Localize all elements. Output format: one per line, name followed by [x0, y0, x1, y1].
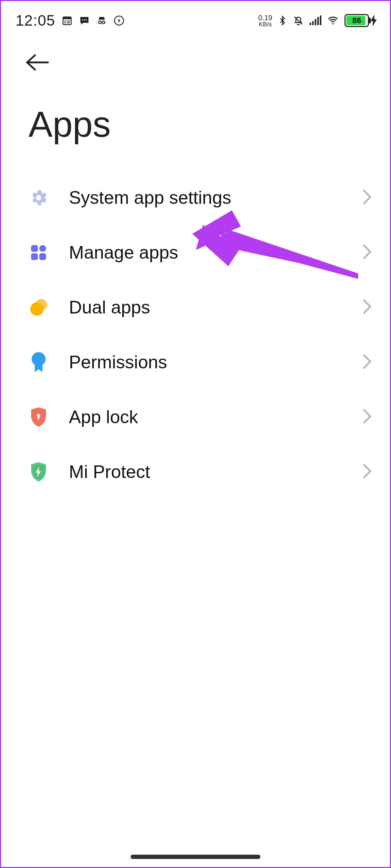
svg-rect-5 [67, 22, 70, 23]
svg-rect-29 [38, 416, 39, 419]
status-right: 0.19 KB/s 86 [258, 14, 377, 27]
svg-point-10 [102, 21, 105, 24]
dual-circles-icon [27, 296, 50, 319]
chevron-right-icon [363, 409, 372, 425]
home-indicator[interactable] [131, 855, 260, 859]
status-time: 12:05 [16, 12, 55, 29]
item-dual-apps[interactable]: Dual apps [1, 280, 390, 335]
charging-bolt-icon [370, 14, 377, 27]
svg-point-7 [84, 19, 85, 21]
svg-rect-14 [312, 21, 314, 25]
svg-point-9 [98, 21, 101, 24]
back-button[interactable] [24, 52, 51, 73]
svg-rect-15 [315, 19, 316, 25]
item-mi-protect[interactable]: Mi Protect [1, 444, 390, 499]
status-bar: 12:05 0.19 KB/s [1, 1, 390, 34]
item-manage-apps[interactable]: Manage apps [1, 225, 390, 280]
svg-rect-13 [309, 23, 311, 25]
incognito-icon [96, 15, 107, 26]
svg-rect-21 [31, 245, 38, 252]
wifi-icon [326, 15, 339, 26]
svg-point-6 [82, 19, 83, 21]
item-label: System app settings [69, 187, 344, 208]
bluetooth-icon [277, 14, 287, 27]
svg-rect-3 [67, 21, 70, 22]
chevron-right-icon [363, 299, 372, 316]
svg-rect-23 [31, 253, 38, 260]
apps-grid-icon [27, 241, 50, 264]
item-app-lock[interactable]: App lock [1, 390, 390, 444]
item-label: App lock [69, 407, 344, 428]
settings-list: System app settings Manage apps Dual [1, 170, 390, 499]
svg-point-20 [36, 195, 41, 201]
svg-rect-24 [39, 253, 46, 260]
item-label: Mi Protect [69, 461, 344, 482]
shield-bolt-icon [27, 460, 50, 483]
battery-indicator: 86 [344, 14, 377, 27]
sms-icon [79, 15, 90, 26]
gear-icon [27, 186, 50, 209]
chevron-right-icon [363, 464, 372, 480]
item-system-app-settings[interactable]: System app settings [1, 170, 390, 225]
svg-point-8 [85, 19, 87, 21]
svg-rect-16 [317, 17, 319, 25]
svg-rect-4 [65, 22, 66, 23]
signal-icon [309, 15, 321, 26]
item-permissions[interactable]: Permissions [1, 335, 390, 390]
svg-point-27 [32, 352, 46, 366]
shield-lock-icon [27, 405, 50, 429]
svg-rect-17 [320, 16, 321, 25]
chevron-right-icon [363, 189, 372, 206]
svg-rect-2 [65, 21, 66, 22]
page-title: Apps [1, 75, 390, 170]
item-label: Permissions [69, 352, 344, 373]
chevron-right-icon [363, 354, 372, 371]
bolt-circle-icon [114, 15, 124, 26]
calendar-icon [62, 15, 73, 26]
status-left: 12:05 [16, 12, 124, 29]
svg-point-26 [30, 302, 44, 316]
item-label: Dual apps [69, 297, 344, 318]
svg-rect-1 [63, 17, 71, 19]
network-speed: 0.19 KB/s [258, 14, 272, 27]
svg-point-18 [332, 23, 334, 25]
chevron-right-icon [363, 244, 372, 261]
svg-point-22 [39, 245, 46, 252]
item-label: Manage apps [69, 242, 344, 263]
ribbon-badge-icon [27, 351, 50, 374]
dnd-bell-icon [293, 15, 304, 26]
